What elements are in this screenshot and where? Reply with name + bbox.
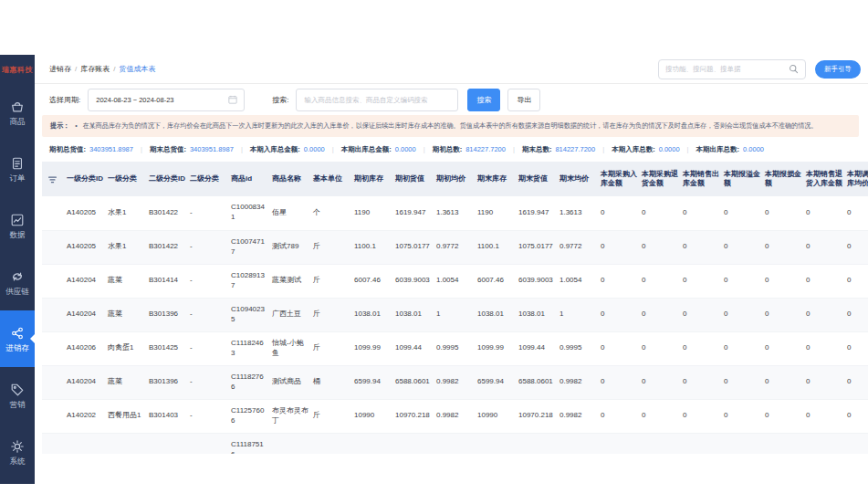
- table-row: A140204蔬菜B301414-C10289137蔬菜测试斤6007.4660…: [42, 264, 868, 298]
- column-header: 期末均价: [557, 162, 598, 196]
- summary-item: 本期入库总数:0.0000: [612, 145, 679, 154]
- breadcrumb-separator: /: [75, 65, 77, 73]
- table-cell: 0: [639, 399, 680, 433]
- search-button[interactable]: 搜索: [467, 89, 500, 111]
- sidebar-item-data[interactable]: 数据: [0, 197, 35, 254]
- breadcrumb-item[interactable]: 库存账表: [80, 64, 110, 74]
- table-cell: 水果1: [105, 230, 146, 264]
- table-cell: 0: [803, 298, 844, 331]
- table-cell: 0: [639, 264, 680, 298]
- table-cell: 0: [721, 230, 762, 264]
- table-cell: [721, 433, 762, 454]
- inventory-icon: [10, 326, 25, 341]
- sidebar-item-marketing[interactable]: 营销: [0, 367, 35, 424]
- summary-separator: |: [687, 145, 689, 153]
- breadcrumb-item[interactable]: 进销存: [49, 64, 71, 74]
- sidebar-item-label: 订单: [10, 174, 26, 183]
- table-cell: 0: [639, 365, 680, 399]
- table-cell: -: [187, 298, 228, 331]
- table-cell: 0.9995: [557, 331, 598, 365]
- hint-bullet: •: [75, 121, 78, 130]
- table-cell: 个: [310, 196, 351, 230]
- keyword-search-box[interactable]: [296, 89, 458, 111]
- app-canvas: 瑞惠科技 商品订单数据供应链进销存营销系统 进销存/库存账表/货值成本表 新手引…: [0, 0, 868, 504]
- table-cell: 0.9772: [557, 230, 598, 264]
- table-cell: -: [187, 264, 228, 298]
- report-table-wrap[interactable]: 一级分类ID一级分类二级分类ID二级分类商品id商品名称基本单位期初库存期初货值…: [42, 162, 868, 454]
- search-icon[interactable]: [789, 64, 799, 74]
- table-cell: 10970.218: [516, 399, 557, 433]
- table-cell: B301403: [146, 399, 187, 433]
- table-cell: 斤: [310, 264, 351, 298]
- global-search-input[interactable]: [665, 65, 789, 73]
- table-row: A140205水果1B301422-C10008341佰星个11901619.9…: [42, 196, 868, 230]
- sidebar-item-orders[interactable]: 订单: [0, 141, 35, 197]
- column-header: 一级分类ID: [64, 162, 105, 196]
- table-cell: 斤: [310, 230, 351, 264]
- row-gutter-cell: [42, 433, 64, 454]
- global-search-box[interactable]: [658, 59, 806, 79]
- table-cell: 1100.1: [475, 230, 516, 264]
- sidebar-item-inventory[interactable]: 进销存: [0, 310, 35, 367]
- filter-row: 选择周期: 搜索: 搜索 导出: [35, 84, 868, 115]
- table-cell: 0: [598, 196, 639, 230]
- table-cell: 0: [639, 298, 680, 331]
- table-cell: A140202: [64, 399, 105, 433]
- summary-item: 期末总货值:3403951.8987: [150, 145, 234, 154]
- keyword-search-input[interactable]: [297, 96, 457, 104]
- table-cell: 0: [598, 298, 639, 331]
- table-row: A140202西餐用品1B301403-C11257606布灵布灵布丁斤1099…: [42, 399, 868, 433]
- table-cell: A140205: [64, 230, 105, 264]
- column-header: 本期报损金额: [762, 162, 803, 196]
- table-cell: C10008341: [228, 196, 269, 230]
- table-cell: 1.3613: [434, 196, 475, 230]
- sidebar-item-system[interactable]: 系统: [0, 424, 35, 480]
- row-gutter-cell: [42, 264, 64, 298]
- summary-label: 期末总货值:: [150, 145, 186, 153]
- table-cell: 0: [803, 399, 844, 433]
- sidebar-item-label: 营销: [10, 401, 26, 409]
- calendar-icon[interactable]: [228, 95, 237, 104]
- table-cell: 0: [762, 230, 803, 264]
- report-table: 一级分类ID一级分类二级分类ID二级分类商品id商品名称基本单位期初库存期初货值…: [42, 162, 868, 454]
- table-cell: 10990: [351, 399, 392, 433]
- summary-label: 本期入库总数:: [612, 145, 655, 153]
- chart-icon: [10, 213, 25, 227]
- table-cell: 0.9982: [434, 399, 475, 433]
- table-cell: 1619.947: [516, 196, 557, 230]
- table-cell: 0: [680, 298, 721, 331]
- export-button[interactable]: 导出: [507, 89, 540, 111]
- sidebar-item-label: 供应链: [5, 288, 29, 296]
- table-cell: 蔬菜: [105, 365, 146, 399]
- sidebar-item-label: 商品: [10, 118, 26, 126]
- column-header: 二级分类: [187, 162, 228, 196]
- table-cell: [187, 433, 228, 454]
- table-cell: 1.3613: [557, 196, 598, 230]
- table-cell: C11187516: [228, 433, 269, 454]
- table-cell: 0: [721, 399, 762, 433]
- table-cell: 测试789: [269, 230, 310, 264]
- date-range-value[interactable]: [89, 96, 228, 104]
- column-header: 期初均价: [434, 162, 475, 196]
- table-cell: [310, 433, 351, 454]
- table-cell: 0: [762, 196, 803, 230]
- table-cell: C11182463: [228, 331, 269, 365]
- table-cell: 1: [557, 298, 598, 331]
- table-cell: 0: [680, 196, 721, 230]
- table-cell: 斤: [310, 298, 351, 331]
- sidebar-item-label: 进销存: [5, 344, 29, 352]
- table-cell: [803, 433, 844, 454]
- table-cell: 0.9982: [434, 365, 475, 399]
- table-cell: B301422: [146, 230, 187, 264]
- beginner-guide-button[interactable]: 新手引导: [815, 60, 861, 79]
- sidebar-item-supply[interactable]: 供应链: [0, 254, 35, 310]
- summary-label: 本期入库总金额:: [250, 145, 300, 153]
- table-cell: -: [187, 399, 228, 433]
- table-cell: 0: [639, 230, 680, 264]
- sidebar-item-goods[interactable]: 商品: [0, 84, 35, 141]
- summary-item: 期初总货值:3403951.8987: [49, 145, 133, 154]
- summary-label: 本期出库总金额:: [341, 145, 392, 153]
- column-sorter-icon[interactable]: [42, 162, 64, 196]
- table-cell: 6039.9003: [392, 264, 434, 298]
- date-range-picker[interactable]: [88, 89, 245, 111]
